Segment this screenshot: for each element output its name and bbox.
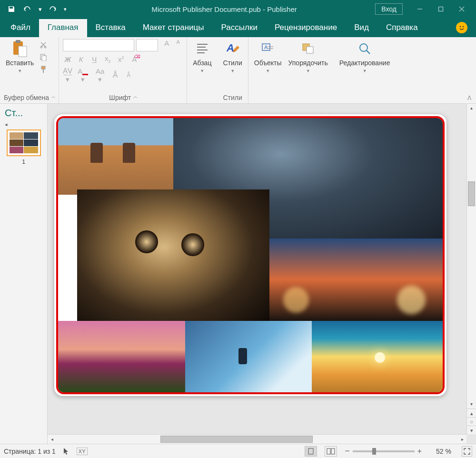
italic-button[interactable]: К — [76, 55, 86, 63]
svg-point-24 — [360, 44, 367, 51]
bold-button[interactable]: Ж — [63, 55, 72, 63]
objects-button[interactable]: A Объекты ▼ — [252, 39, 284, 74]
close-button[interactable] — [452, 2, 471, 16]
copy-button[interactable] — [39, 52, 48, 62]
paragraph-button[interactable]: Абзац ▼ — [191, 39, 213, 74]
two-page-enabose-view-button[interactable] — [325, 446, 337, 457]
tab-home[interactable]: Главная — [39, 19, 87, 37]
font-grow-alt[interactable]: Â — [110, 71, 120, 80]
underline-button[interactable]: Ч — [89, 55, 99, 63]
shrink-font-button[interactable]: A — [173, 39, 183, 51]
group-editing: Редактирование ▼ — [334, 37, 396, 103]
scroll-down-arrow[interactable]: ▾ — [467, 400, 476, 408]
objects-label: Объекты — [254, 59, 282, 67]
scroll-up-arrow[interactable]: ▴ — [467, 104, 476, 112]
prev-page-nav[interactable]: ▴ — [467, 408, 476, 417]
undo-button[interactable] — [21, 2, 34, 16]
format-painter-button[interactable] — [39, 65, 48, 74]
font-color-button[interactable]: A ▾ — [76, 67, 89, 84]
image-surfer[interactable] — [185, 321, 312, 392]
undo-dropdown-icon[interactable]: ▾ — [37, 2, 43, 16]
tab-insert[interactable]: Вставка — [87, 19, 134, 37]
clear-formatting-button[interactable]: A⌫ — [129, 55, 139, 63]
pointer-mode-icon[interactable] — [63, 448, 69, 455]
font-size-select[interactable] — [136, 39, 158, 51]
publication-page[interactable] — [54, 114, 446, 396]
font-family-select[interactable] — [63, 39, 134, 51]
fit-to-window-button[interactable] — [462, 446, 472, 457]
tab-help[interactable]: Справка — [377, 19, 426, 37]
zoom-out-button[interactable]: − — [345, 446, 350, 456]
font-group-label[interactable]: Шрифт — [63, 92, 183, 102]
zoom-track[interactable] — [353, 450, 415, 452]
image-bokeh[interactable] — [269, 239, 443, 321]
group-paragraph: Абзац ▼ — [187, 37, 217, 103]
page-thumbnail[interactable] — [7, 129, 41, 156]
hscroll-thumb[interactable] — [160, 436, 313, 443]
selection-frame — [56, 116, 445, 394]
sign-in-button[interactable]: Вход — [375, 3, 403, 15]
coordinates-icon[interactable]: XY — [77, 448, 88, 455]
zoom-level[interactable]: 52 % — [429, 448, 451, 455]
tab-mailings[interactable]: Рассылки — [213, 19, 266, 37]
feedback-smiley-icon[interactable] — [456, 22, 467, 33]
cut-button[interactable] — [39, 40, 48, 50]
horizním-


-scrollbar[interactable]: ◂ ▸ — [48, 434, 466, 444]
image-cheetah[interactable] — [77, 189, 269, 327]
tab-review[interactable]: Рецензирование — [266, 19, 346, 37]
clipboard-group-label[interactable]: Буфер обмена — [4, 92, 55, 102]
styles-button[interactable]: A Стили ▼ — [221, 39, 244, 74]
status-bar: Страница: 1 из 1 XY − + 52 % — [0, 444, 476, 458]
zoom-in-button[interactable]: + — [417, 447, 422, 456]
superscript-button[interactable]: x2 — [116, 55, 126, 63]
save-icon[interactable] — [5, 2, 18, 16]
svg-text:A: A — [264, 44, 268, 50]
chevron-down-icon: ▼ — [363, 69, 367, 73]
editing-group-label — [337, 92, 392, 102]
svg-rect-27 — [327, 448, 330, 454]
svg-rect-28 — [331, 448, 335, 454]
title-bar: ▾ ▾ Microsoft Publisher Document.pub - P… — [0, 0, 476, 18]
image-sunset[interactable] — [312, 321, 443, 392]
scroll-right-arrow[interactable]: ▸ — [458, 435, 466, 444]
zoom-thumb[interactable] — [372, 448, 376, 455]
vertical-scrollbar[interactable]: ▴ ▾ ▴ ○ ▾ — [466, 104, 476, 434]
redo-button[interactable] — [46, 2, 59, 16]
page-nav-icon[interactable]: ○ — [467, 417, 476, 426]
canvas-area: ▴ ▾ ▴ ○ ▾ ◂ ▸ — [48, 104, 476, 444]
paragraph-group-label — [191, 92, 213, 102]
workspace: Ст... ◂ 1 — [0, 104, 476, 444]
paste-label: Вставить — [6, 59, 34, 67]
subscript-button[interactable]: x2 — [103, 54, 112, 64]
panel-title: Ст... — [3, 107, 44, 121]
tab-view[interactable]: Вид — [346, 19, 377, 37]
zoom-slider[interactable]: − + — [345, 446, 422, 456]
qat-customize-icon[interactable]: ▾ — [62, 2, 69, 16]
minimize-button[interactable] — [410, 2, 429, 16]
next-page-nav[interactable]: ▾ — [467, 426, 476, 434]
collapse-ribbon-button[interactable]: ᐱ — [463, 93, 476, 103]
tab-page-layout[interactable]: Макет страницы — [134, 19, 213, 37]
group-clipboard: Вставить ▼ Буфер обмена — [0, 37, 59, 103]
page-indicator[interactable]: Страница: 1 из 1 — [4, 448, 56, 455]
maximize-button[interactable] — [431, 2, 450, 16]
vscroll-thumb[interactable] — [468, 181, 475, 206]
editing-button[interactable]: Редактирование ▼ — [337, 39, 392, 74]
change-case-button[interactable]: Aa ▾ — [93, 67, 107, 84]
font-shrink-alt[interactable]: Â — [124, 72, 133, 79]
character-spacing-button[interactable]: A̲V̲ ▾ — [63, 67, 72, 84]
paragraph-label: Абзац — [193, 59, 211, 67]
svg-rect-11 — [41, 66, 45, 69]
svg-point-2 — [460, 26, 461, 28]
paste-icon — [11, 40, 29, 57]
image-desert[interactable] — [58, 118, 173, 195]
tab-file[interactable]: Файл — [2, 19, 39, 37]
image-tulips[interactable] — [58, 321, 185, 392]
arrange-button[interactable]: Упорядочить ▼ — [287, 39, 330, 74]
quick-access-toolbar: ▾ ▾ — [0, 2, 73, 16]
scroll-left-arrow[interactable]: ◂ — [48, 435, 56, 444]
paste-button[interactable]: Вставить ▼ — [4, 39, 36, 74]
grow-font-button[interactable]: A — [162, 39, 171, 51]
panel-collapse-icon[interactable]: ◂ — [3, 121, 44, 128]
single-page-view-button[interactable] — [305, 446, 317, 457]
